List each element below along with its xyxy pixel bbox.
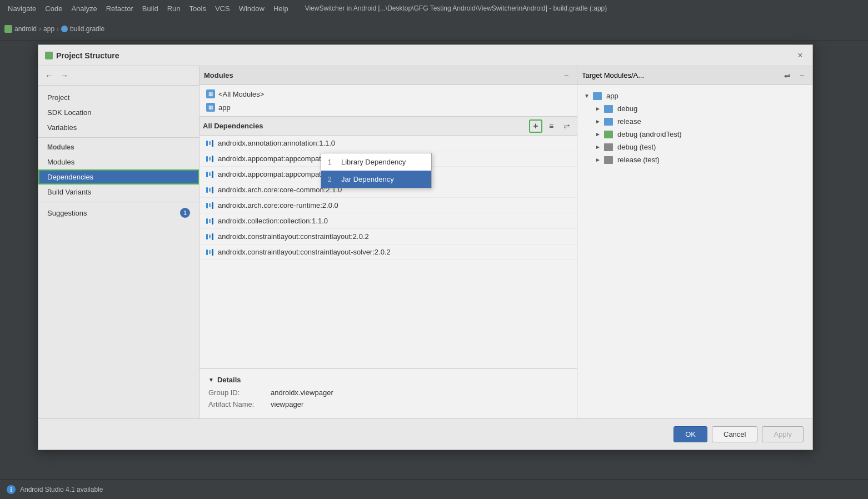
tree-item-debug-test[interactable]: ► debug (test) [580,141,810,153]
dep-toolbar: All Dependencies + ≡ ⇌ [199,117,577,136]
left-nav-project[interactable]: Project [38,90,199,105]
project-structure-dialog: Project Structure × ← → Project SDK Loca… [38,44,813,450]
left-nav-build-variants[interactable]: Build Variants [38,184,199,199]
dep-icon-0 [206,140,213,147]
dep-item-0[interactable]: androidx.annotation:annotation:1.1.0 [199,136,577,151]
suggestions-badge: 1 [180,208,190,218]
target-align-btn[interactable]: ⇌ [781,69,794,82]
cancel-button[interactable]: Cancel [712,426,757,442]
dep-icon-6 [206,233,213,240]
menu-run[interactable]: Run [164,3,184,14]
debug-folder-icon [604,105,613,113]
jar-dep-label: Jar Dependency [341,175,394,183]
ok-button[interactable]: OK [674,426,707,442]
android-icon [45,52,53,59]
nav-bar: ← → [38,66,199,86]
details-group-id-row: Group ID: androidx.viewpager [208,388,568,397]
dep-icon-2 [206,171,213,178]
apply-button[interactable]: Apply [762,426,804,442]
breadcrumb-file[interactable]: build.gradle [70,25,104,33]
module-app-icon: ▦ [206,103,215,112]
dep-item-7[interactable]: androidx.constraintlayout:constraintlayo… [199,244,577,260]
breadcrumb-app[interactable]: app [43,25,54,33]
bottom-bar: i Android Studio 4.1 available [0,479,868,499]
dep-panel-title: All Dependencies [203,122,527,130]
dep-item-6[interactable]: androidx.constraintlayout:constraintlayo… [199,229,577,244]
menu-code[interactable]: Code [42,3,66,14]
dep-icon-1 [206,156,213,162]
menu-vcs[interactable]: VCS [212,3,233,14]
modules-panel-actions: − [560,69,572,82]
dep-align-btn[interactable]: ≡ [545,119,558,133]
dialog-titlebar: Project Structure × [38,45,812,66]
details-artifact-row: Artifact Name: viewpager [208,400,568,408]
debug-test-folder-icon [604,143,613,151]
menu-bar: Navigate Code Analyze Refactor Build Run… [0,0,868,17]
breadcrumb-android[interactable]: android [14,25,37,33]
dep-align2-btn[interactable]: ⇌ [560,119,573,133]
left-nav-modules[interactable]: Modules [38,154,199,169]
separator-2 [38,202,199,202]
details-title: ▼ Details [208,376,568,384]
tree-item-release[interactable]: ► release [580,115,810,128]
tree-chevron-debug-android: ► [595,131,602,137]
separator-1 [38,137,199,138]
tree-item-debug-androidtest[interactable]: ► debug (androidTest) [580,128,810,141]
modules-section-header: Modules [38,140,199,154]
right-panel: Target Modules/A... ⇌ − ▼ app ► debug [577,66,812,418]
tree-item-release-test[interactable]: ► release (test) [580,153,810,166]
library-dep-label: Library Dependency [341,158,406,166]
left-nav-sdk-location[interactable]: SDK Location [38,105,199,120]
left-nav-variables[interactable]: Variables [38,120,199,135]
module-app[interactable]: ▦ app [199,101,577,114]
group-id-label: Group ID: [208,388,264,397]
tree-chevron-debug-test: ► [595,144,602,150]
debug-androidtest-folder-icon [604,131,613,138]
target-modules-title: Target Modules/A... [582,71,644,79]
target-minus-btn[interactable]: − [796,69,808,82]
tree-chevron-debug: ► [595,106,602,112]
menu-help[interactable]: Help [270,3,292,14]
dep-add-btn[interactable]: + [529,119,542,133]
option-num-2: 2 [328,176,337,183]
menu-build[interactable]: Build [139,3,162,14]
group-id-value: androidx.viewpager [271,388,333,397]
dep-icon-4 [206,202,213,209]
left-nav-items: Project SDK Location Variables Modules M… [38,86,199,226]
library-dependency-option[interactable]: 1 Library Dependency [321,153,431,171]
modules-panel-title: Modules [204,71,233,79]
middle-panel: Modules − ▦ <All Modules> ▦ app All Depe… [199,66,577,418]
artifact-name-value: viewpager [271,400,303,408]
dep-item-4[interactable]: androidx.arch.core:core-runtime:2.0.0 [199,198,577,213]
ide-title: ViewSwitcher in Android [...\Desktop\GFG… [305,4,607,12]
left-nav-suggestions[interactable]: Suggestions 1 [38,204,199,221]
menu-analyze[interactable]: Analyze [68,3,100,14]
left-panel: ← → Project SDK Location Variables Modul… [38,66,199,418]
menu-navigate[interactable]: Navigate [4,3,39,14]
tree-chevron-release: ► [595,118,602,124]
modules-remove-btn[interactable]: − [560,69,572,82]
release-test-folder-icon [604,156,613,164]
add-dependency-dropdown: 1 Library Dependency 2 Jar Dependency [321,153,432,188]
jar-dependency-option[interactable]: 2 Jar Dependency [321,171,431,188]
dialog-title-text: Project Structure [56,51,119,60]
dep-icon-7 [206,249,213,256]
tree-chevron-release-test: ► [595,157,602,163]
menu-window[interactable]: Window [236,3,268,14]
tree-item-debug[interactable]: ► debug [580,102,810,115]
dep-item-5[interactable]: androidx.collection:collection:1.1.0 [199,213,577,229]
dep-icon-5 [206,218,213,224]
menu-refactor[interactable]: Refactor [103,3,137,14]
close-button[interactable]: × [795,50,806,61]
menu-tools[interactable]: Tools [186,3,209,14]
tree-item-app[interactable]: ▼ app [580,89,810,102]
back-button[interactable]: ← [43,69,55,82]
dialog-footer: OK Cancel Apply [38,418,812,450]
left-nav-dependencies[interactable]: Dependencies [38,169,199,184]
forward-button[interactable]: → [58,69,71,82]
app-folder-icon [593,92,602,100]
right-panel-header: Target Modules/A... ⇌ − [577,66,812,85]
dialog-title-container: Project Structure [45,51,119,60]
artifact-name-label: Artifact Name: [208,400,264,408]
module-all[interactable]: ▦ <All Modules> [199,87,577,101]
